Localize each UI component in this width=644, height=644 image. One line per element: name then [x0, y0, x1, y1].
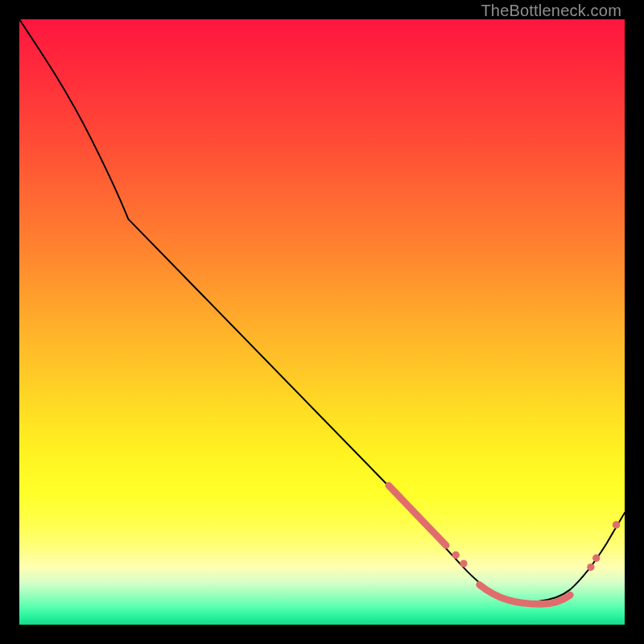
watermark: TheBottleneck.com — [481, 2, 621, 20]
plot-area — [19, 19, 625, 625]
background-gradient — [19, 19, 625, 625]
chart-frame: TheBottleneck.com — [0, 0, 644, 644]
svg-rect-0 — [19, 19, 625, 625]
